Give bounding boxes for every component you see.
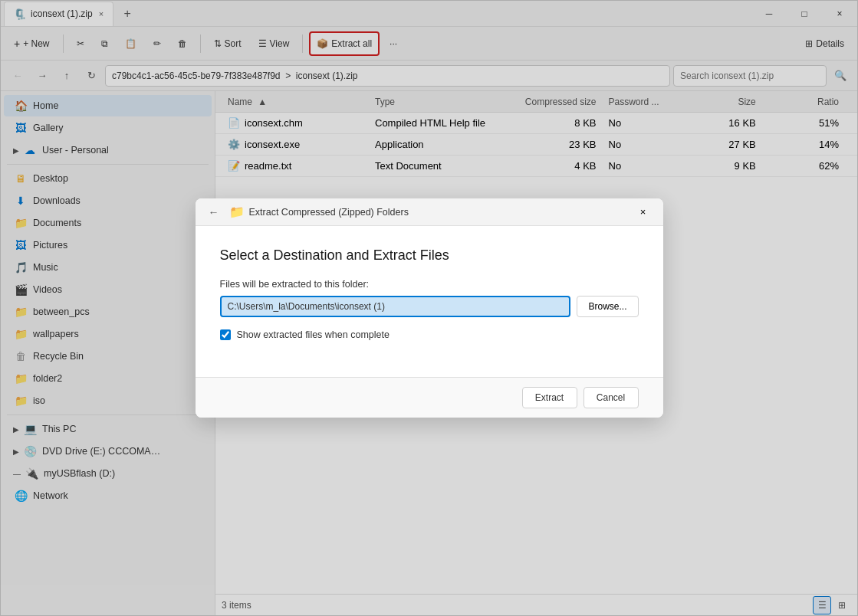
modal-input-row: Browse... (220, 296, 639, 317)
show-files-checkbox[interactable] (220, 329, 231, 340)
browse-button[interactable]: Browse... (577, 296, 638, 317)
modal-label: Files will be extracted to this folder: (220, 279, 639, 290)
modal-body: Select a Destination and Extract Files F… (196, 226, 663, 377)
extract-button[interactable]: Extract (522, 387, 577, 408)
destination-input[interactable] (220, 296, 571, 317)
extract-modal: ← 📁 Extract Compressed (Zipped) Folders … (196, 198, 663, 418)
modal-close-button[interactable]: × (633, 202, 654, 223)
modal-folder-icon: 📁 (229, 205, 245, 219)
modal-checkbox-row: Show extracted files when complete (220, 329, 639, 340)
cancel-button[interactable]: Cancel (584, 387, 639, 408)
modal-titlebar: ← 📁 Extract Compressed (Zipped) Folders … (196, 198, 663, 226)
modal-heading: Select a Destination and Extract Files (220, 247, 639, 264)
modal-footer: Extract Cancel (196, 377, 663, 418)
modal-overlay: ← 📁 Extract Compressed (Zipped) Folders … (0, 0, 858, 616)
modal-title: Extract Compressed (Zipped) Folders (249, 207, 409, 218)
modal-back-button[interactable]: ← (205, 203, 223, 221)
show-files-label: Show extracted files when complete (237, 329, 390, 340)
